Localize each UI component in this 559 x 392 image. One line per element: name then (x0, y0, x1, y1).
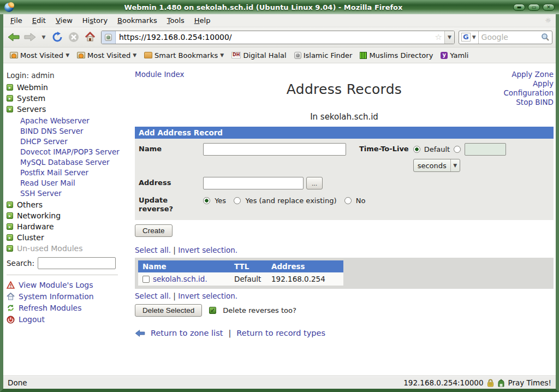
reload-button[interactable] (50, 30, 64, 44)
history-dropdown-button[interactable]: ▼ (39, 30, 48, 44)
menu-edit[interactable]: Edit (27, 15, 51, 26)
close-button[interactable]: ✕ (543, 4, 555, 11)
url-dropdown-button[interactable]: ▼ (444, 31, 454, 44)
sidebar-link-refresh-modules[interactable]: Refresh Modules (7, 304, 128, 312)
bookmark-yamli[interactable]: yYamli (438, 50, 471, 61)
url-text[interactable]: https://192.168.0.254:10000/ (116, 33, 433, 41)
sidebar-link-bind-dns[interactable]: BIND DNS Server (20, 126, 128, 136)
bookmark-most-visited-1[interactable]: Most Visited▼ (8, 50, 72, 61)
address-input[interactable] (203, 177, 304, 189)
invert-selection-link[interactable]: Invert selection. (178, 246, 237, 254)
sidebar-link-mysql[interactable]: MySQL Database Server (20, 157, 128, 167)
lock-icon[interactable] (487, 379, 494, 387)
module-search-input[interactable] (38, 257, 116, 269)
selection-links-bottom: Select all. | Invert selection. (135, 292, 554, 300)
records-table: Name TTL Address sekolah.sch.id. Default… (138, 260, 343, 286)
stop-bind-link[interactable]: Stop BIND (516, 98, 554, 106)
status-host: 192.168.0.254:10000 (403, 378, 483, 387)
live-folder-icon (77, 52, 85, 58)
home-button[interactable] (83, 30, 97, 44)
forward-button[interactable] (23, 30, 37, 44)
bookmark-star-icon[interactable]: ☆ (433, 32, 444, 42)
stop-button[interactable] (67, 30, 81, 44)
update-yes-replace-radio[interactable] (234, 197, 241, 204)
menu-history[interactable]: History (78, 15, 112, 26)
return-record-types-link[interactable]: Return to record types (236, 329, 325, 337)
search-engine-button[interactable]: G ▼ (459, 31, 479, 44)
sidebar-link-dovecot[interactable]: Dovecot IMAP/POP3 Server (20, 146, 128, 157)
row-checkbox[interactable] (142, 276, 150, 283)
sidebar-link-ssh[interactable]: SSH Server (20, 188, 128, 198)
bookmark-muslims-directory[interactable]: Muslims Directory (358, 50, 435, 61)
bookmark-smart-bookmarks[interactable]: Smart Bookmarks▼ (142, 50, 226, 61)
islamic-finder-icon (294, 52, 301, 59)
status-text: Done (8, 378, 27, 387)
record-ttl: Default (230, 272, 267, 286)
apply-configuration-link[interactable]: Apply Configuration (503, 79, 554, 97)
menu-file[interactable]: File (5, 15, 27, 26)
apply-zone-link[interactable]: Apply Zone (512, 70, 554, 79)
back-button[interactable] (7, 30, 21, 44)
pray-times-label[interactable]: Pray Times! (508, 378, 552, 387)
name-label: Name (139, 143, 203, 153)
stop-icon (68, 32, 79, 43)
column-header-address: Address (267, 260, 343, 272)
minimize-button[interactable]: ▬ (513, 4, 525, 11)
sidebar-link-read-user-mail[interactable]: Read User Mail (20, 177, 128, 188)
bookmark-digital-halal[interactable]: DHDigital Halal (229, 50, 289, 61)
menu-help[interactable]: Help (189, 15, 216, 26)
update-no-radio[interactable] (344, 197, 352, 204)
sidebar-link-system-information[interactable]: System Information (7, 292, 128, 301)
delete-reverses-option[interactable]: ✓ Delete reverses too? (209, 306, 296, 314)
sidebar-link-postfix[interactable]: Postfix Mail Server (20, 167, 128, 177)
sidebar-item-others[interactable]: ▸Others (7, 199, 128, 210)
update-yes-radio[interactable] (203, 197, 210, 204)
menu-tools[interactable]: Tools (162, 15, 189, 26)
column-header-ttl: TTL (230, 260, 267, 272)
ttl-unit-select[interactable]: seconds ▼ (413, 159, 460, 172)
menu-view[interactable]: View (51, 15, 78, 26)
sidebar-item-hardware[interactable]: ▸Hardware (7, 221, 128, 232)
pray-times-icon[interactable] (497, 379, 505, 387)
create-button[interactable]: Create (135, 224, 173, 237)
sidebar-link-dhcp[interactable]: DHCP Server (20, 136, 128, 146)
ttl-value-input[interactable] (465, 143, 506, 156)
select-all-link[interactable]: Select all. (135, 292, 171, 300)
sidebar-link-apache[interactable]: Apache Webserver (20, 115, 128, 126)
url-bar[interactable]: https://192.168.0.254:10000/ ☆ ▼ (101, 31, 455, 44)
sidebar-item-system[interactable]: ▸System (7, 93, 128, 104)
magnifier-icon[interactable] (541, 33, 550, 41)
titlebar: Webmin 1.480 on sekolah.sch.id (Ubuntu L… (0, 0, 559, 14)
ttl-default-radio[interactable] (413, 146, 420, 153)
bookmark-most-visited-2[interactable]: Most Visited▼ (75, 50, 139, 61)
record-name-link[interactable]: sekolah.sch.id. (153, 275, 207, 283)
sidebar-item-cluster[interactable]: ▸Cluster (7, 232, 128, 243)
sidebar-item-servers[interactable]: ▾Servers (7, 104, 128, 115)
forward-arrow-icon (24, 32, 36, 42)
return-zone-list-link[interactable]: Return to zone list (151, 329, 223, 337)
sidebar-item-webmin[interactable]: ▸Webmin (7, 82, 128, 93)
webmin-sidebar: Login: admin ▸Webmin ▸System ▾Servers Ap… (3, 63, 128, 376)
sidebar-item-unused-modules[interactable]: ▸Un-used Modules (7, 243, 128, 254)
category-collapsed-icon: ▸ (7, 212, 13, 219)
ttl-custom-radio[interactable] (454, 146, 461, 153)
warning-triangle-icon (7, 281, 15, 289)
module-index-link[interactable]: Module Index (135, 70, 185, 79)
site-identity[interactable] (102, 31, 116, 44)
menu-bookmarks[interactable]: Bookmarks (112, 15, 162, 26)
maximize-button[interactable]: ▭ (528, 4, 540, 11)
delete-reverses-checkbox[interactable]: ✓ (209, 307, 216, 314)
home-icon (85, 32, 96, 43)
sidebar-item-networking[interactable]: ▸Networking (7, 210, 128, 221)
delete-selected-button[interactable]: Delete Selected (135, 304, 202, 317)
name-input[interactable] (203, 143, 346, 156)
search-input[interactable]: Google (479, 33, 541, 41)
search-box[interactable]: G ▼ Google (459, 31, 552, 44)
zone-subtitle: In sekolah.sch.id (135, 112, 554, 122)
bookmark-islamic-finder[interactable]: Islamic Finder (292, 50, 355, 61)
sidebar-link-logout[interactable]: Logout (7, 315, 128, 324)
select-all-link[interactable]: Select all. (135, 246, 171, 254)
address-browse-button[interactable]: ... (306, 177, 323, 189)
invert-selection-link[interactable]: Invert selection. (178, 292, 237, 300)
sidebar-link-view-logs[interactable]: View Module's Logs (7, 281, 128, 289)
